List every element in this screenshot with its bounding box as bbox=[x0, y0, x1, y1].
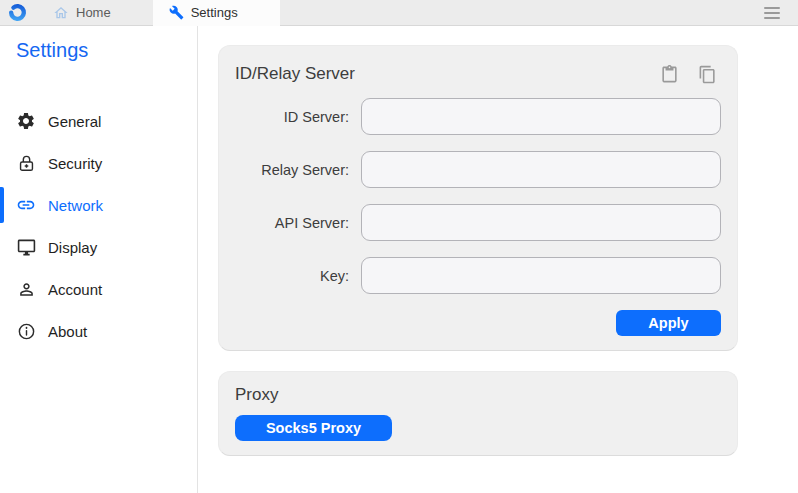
id-relay-server-card: ID/Relay Server bbox=[218, 45, 738, 351]
id-server-input[interactable] bbox=[361, 98, 721, 135]
tab-settings[interactable]: Settings bbox=[153, 0, 280, 26]
network-settings-panel: ID/Relay Server bbox=[198, 26, 798, 493]
sidebar-item-label: Display bbox=[48, 239, 97, 256]
key-label: Key: bbox=[235, 268, 349, 284]
sidebar-item-display[interactable]: Display bbox=[0, 226, 197, 268]
hamburger-menu-icon[interactable] bbox=[756, 0, 798, 25]
form-row-api-server: API Server: bbox=[235, 204, 721, 241]
apply-button[interactable]: Apply bbox=[616, 310, 721, 336]
sidebar-item-about[interactable]: About bbox=[0, 310, 197, 352]
sidebar-menu: General Security bbox=[0, 100, 197, 352]
form-row-id-server: ID Server: bbox=[235, 98, 721, 135]
tab-settings-label: Settings bbox=[191, 5, 238, 20]
sidebar-item-label: About bbox=[48, 323, 87, 340]
monitor-icon bbox=[16, 237, 36, 257]
api-server-input[interactable] bbox=[361, 204, 721, 241]
sidebar-item-general[interactable]: General bbox=[0, 100, 197, 142]
app-window: Home Settings Settings bbox=[0, 0, 798, 493]
sidebar-item-security[interactable]: Security bbox=[0, 142, 197, 184]
sidebar-item-label: Network bbox=[48, 197, 103, 214]
form-row-key: Key: bbox=[235, 257, 721, 294]
link-icon bbox=[16, 195, 36, 215]
sidebar-item-account[interactable]: Account bbox=[0, 268, 197, 310]
id-relay-form: ID Server: Relay Server: API Server: Key… bbox=[235, 98, 721, 336]
socks5-proxy-button[interactable]: Socks5 Proxy bbox=[235, 415, 392, 441]
settings-sidebar: Settings General bbox=[0, 26, 198, 493]
titlebar-spacer bbox=[280, 0, 756, 25]
key-input[interactable] bbox=[361, 257, 721, 294]
clipboard-paste-icon[interactable] bbox=[659, 64, 679, 84]
titlebar: Home Settings bbox=[0, 0, 798, 26]
sidebar-item-network[interactable]: Network bbox=[0, 184, 197, 226]
id-server-label: ID Server: bbox=[235, 109, 349, 125]
wrench-icon bbox=[169, 5, 184, 20]
sidebar-item-label: Security bbox=[48, 155, 102, 172]
gear-icon bbox=[16, 111, 36, 131]
card-title: ID/Relay Server bbox=[235, 64, 355, 84]
api-server-label: API Server: bbox=[235, 215, 349, 231]
proxy-card-title: Proxy bbox=[235, 385, 721, 405]
rustdesk-logo bbox=[0, 0, 33, 25]
tab-home[interactable]: Home bbox=[37, 0, 127, 25]
info-icon bbox=[16, 321, 36, 341]
tab-home-label: Home bbox=[76, 5, 111, 20]
person-icon bbox=[16, 279, 36, 299]
relay-server-label: Relay Server: bbox=[235, 162, 349, 178]
apply-row: Apply bbox=[235, 310, 721, 336]
home-icon bbox=[53, 5, 69, 21]
form-row-relay-server: Relay Server: bbox=[235, 151, 721, 188]
sidebar-item-label: General bbox=[48, 113, 101, 130]
relay-server-input[interactable] bbox=[361, 151, 721, 188]
proxy-card: Proxy Socks5 Proxy bbox=[218, 371, 738, 456]
page-title: Settings bbox=[0, 36, 197, 64]
card-actions bbox=[659, 64, 721, 84]
sidebar-item-label: Account bbox=[48, 281, 102, 298]
copy-icon[interactable] bbox=[697, 64, 717, 84]
lock-icon bbox=[16, 153, 36, 173]
content-area: Settings General bbox=[0, 26, 798, 493]
